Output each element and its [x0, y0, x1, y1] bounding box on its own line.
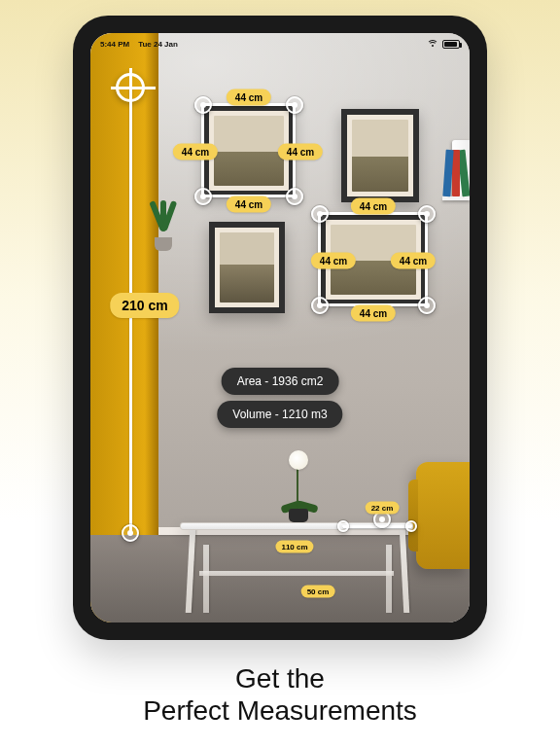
- measure-label[interactable]: 44 cm: [173, 144, 218, 160]
- measure-label[interactable]: 44 cm: [351, 305, 396, 322]
- headline: Get the Perfect Measurements: [0, 662, 560, 728]
- book: [452, 150, 460, 196]
- wifi-icon: [427, 40, 438, 48]
- measure-label[interactable]: 44 cm: [227, 196, 271, 213]
- anchor-point[interactable]: [194, 188, 212, 205]
- sofa: [416, 462, 470, 569]
- anchor-point[interactable]: [418, 297, 436, 314]
- measure-label[interactable]: 110 cm: [275, 541, 313, 553]
- anchor-point[interactable]: [405, 520, 417, 532]
- measure-label[interactable]: 22 cm: [366, 502, 400, 515]
- anchor-point[interactable]: [194, 96, 212, 114]
- shelf: [442, 196, 470, 200]
- picture-frame: [341, 109, 419, 202]
- orchid: [277, 450, 320, 522]
- result-volume[interactable]: Volume - 1210 m3: [217, 401, 342, 428]
- headline-line1: Get the: [0, 662, 560, 695]
- table-leg: [386, 545, 392, 613]
- camera-viewport[interactable]: 210 cm 44 cm 44 cm 44 cm 44 cm 44 cm 44 …: [90, 33, 470, 622]
- crosshair-icon[interactable]: [116, 73, 145, 102]
- plant: [149, 200, 178, 251]
- anchor-point[interactable]: [122, 524, 139, 542]
- table-shelf: [199, 571, 394, 576]
- measure-label[interactable]: 44 cm: [227, 89, 271, 106]
- headline-line2: Perfect Measurements: [0, 694, 560, 728]
- anchor-point[interactable]: [286, 96, 303, 114]
- picture-frame: [209, 222, 285, 313]
- result-area[interactable]: Area - 1936 cm2: [222, 368, 339, 395]
- anchor-point[interactable]: [337, 520, 349, 532]
- measure-label[interactable]: 44 cm: [351, 198, 396, 215]
- measure-label-height[interactable]: 210 cm: [110, 293, 179, 318]
- measure-label[interactable]: 44 cm: [311, 253, 356, 269]
- anchor-point[interactable]: [286, 188, 303, 205]
- anchor-point[interactable]: [418, 205, 436, 223]
- battery-icon: [442, 40, 460, 49]
- measure-label[interactable]: 44 cm: [391, 253, 436, 269]
- tablet-frame: 210 cm 44 cm 44 cm 44 cm 44 cm 44 cm 44 …: [73, 16, 487, 640]
- measure-label[interactable]: 50 cm: [301, 586, 335, 598]
- anchor-point[interactable]: [311, 205, 329, 223]
- status-time: 5:44 PM: [100, 40, 129, 49]
- table-leg: [203, 545, 209, 613]
- status-left: 5:44 PM Tue 24 Jan: [100, 40, 178, 49]
- status-date: Tue 24 Jan: [138, 40, 178, 49]
- status-right: [427, 40, 460, 49]
- anchor-point[interactable]: [311, 297, 329, 314]
- measure-label[interactable]: 44 cm: [278, 144, 323, 160]
- status-bar: 5:44 PM Tue 24 Jan: [100, 37, 460, 51]
